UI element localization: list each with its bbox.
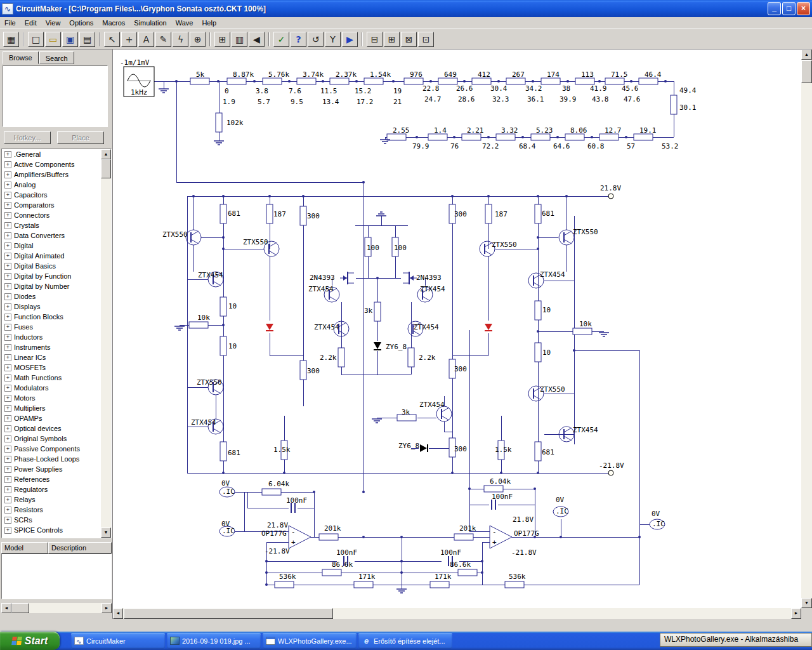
resistor[interactable] <box>354 581 373 588</box>
resistor[interactable] <box>430 581 449 588</box>
scroll-down-icon[interactable]: ▼ <box>801 598 812 608</box>
jfet[interactable] <box>403 272 417 284</box>
expand-plus-icon[interactable]: + <box>4 232 11 239</box>
resistor[interactable] <box>408 348 414 367</box>
resistor[interactable] <box>364 78 383 84</box>
resistor[interactable] <box>189 322 208 328</box>
tree-item-capacitors[interactable]: +Capacitors <box>2 190 101 200</box>
expand-plus-icon[interactable]: + <box>4 405 11 412</box>
diode-red[interactable] <box>485 324 492 331</box>
resistor[interactable] <box>263 78 282 84</box>
resistor[interactable] <box>605 78 624 84</box>
select-tool[interactable]: ↖ <box>104 32 120 47</box>
tree-scrollbar[interactable]: ▲ ▼ <box>101 149 111 538</box>
tree-item-digital-by-number[interactable]: +Digital by Number <box>2 281 101 291</box>
probe-button[interactable]: Y <box>325 32 341 47</box>
menu-edit[interactable]: Edit <box>20 18 41 28</box>
tree-item-comparators[interactable]: +Comparators <box>2 200 101 210</box>
resistor[interactable] <box>262 489 281 495</box>
speaker-button[interactable]: ◀ <box>249 32 265 47</box>
tree-item-data-converters[interactable]: +Data Converters <box>2 230 101 241</box>
component-browser-button[interactable]: ▦ <box>3 32 19 47</box>
tree-item-function-blocks[interactable]: +Function Blocks <box>2 312 101 322</box>
scroll-thumb[interactable] <box>11 603 29 613</box>
scroll-thumb[interactable] <box>801 60 812 83</box>
tree-item-inductors[interactable]: +Inductors <box>2 332 101 342</box>
expand-plus-icon[interactable]: + <box>4 171 11 178</box>
zener-diode[interactable] <box>374 342 381 350</box>
scroll-up-icon[interactable]: ▲ <box>101 149 111 159</box>
canvas-vscrollbar[interactable]: ▲ ▼ <box>801 50 812 608</box>
menu-view[interactable]: View <box>41 18 65 28</box>
tree-item-digital-animated[interactable]: +Digital Animated <box>2 251 101 261</box>
resistor[interactable] <box>458 569 477 576</box>
tree-item-connectors[interactable]: +Connectors <box>2 210 101 220</box>
expand-plus-icon[interactable]: + <box>4 354 11 361</box>
expand-plus-icon[interactable]: + <box>4 192 11 199</box>
resistor[interactable] <box>300 206 306 225</box>
menu-file[interactable]: File <box>0 18 20 28</box>
resistor[interactable] <box>485 204 492 223</box>
resistor[interactable] <box>300 361 306 380</box>
tree-item-phase-locked-loops[interactable]: +Phase-Locked Loops <box>2 454 101 464</box>
expand-plus-icon[interactable]: + <box>4 324 11 331</box>
jfet[interactable] <box>340 272 354 284</box>
scroll-left-icon[interactable]: ◄ <box>113 608 123 619</box>
simulation-check-button[interactable]: ✓ <box>273 32 289 47</box>
expand-plus-icon[interactable]: + <box>4 385 11 392</box>
resistor[interactable] <box>275 581 294 588</box>
expand-plus-icon[interactable]: + <box>4 222 11 229</box>
task-button-wlxphotogallery-exe[interactable]: WLXPhotoGallery.exe... <box>263 633 357 649</box>
save-button[interactable]: ▣ <box>62 32 78 47</box>
expand-plus-icon[interactable]: + <box>4 314 11 321</box>
resistor[interactable] <box>535 442 541 461</box>
resistor[interactable] <box>220 297 226 316</box>
delete-tool[interactable]: ✎ <box>155 32 171 47</box>
expand-plus-icon[interactable]: + <box>4 182 11 189</box>
minimize-button[interactable]: _ <box>768 2 781 15</box>
canvas-hscrollbar[interactable]: ◄ ► <box>113 608 801 619</box>
tree-item-analog[interactable]: +Analog <box>2 180 101 190</box>
help-button[interactable]: ? <box>291 32 306 47</box>
resistor[interactable] <box>575 78 594 84</box>
task-button-2016-09-19-019-jpg[interactable]: 2016-09-19 019.jpg ... <box>167 633 261 649</box>
maximize-button[interactable]: □ <box>782 2 796 15</box>
tree-item-displays[interactable]: +Displays <box>2 302 101 312</box>
resistor[interactable] <box>220 336 226 355</box>
resistor[interactable] <box>322 569 341 576</box>
scroll-thumb[interactable] <box>124 608 333 619</box>
tree-item-original-symbols[interactable]: +Original Symbols <box>2 434 101 444</box>
close-button[interactable]: × <box>797 2 810 15</box>
resistor[interactable] <box>454 534 473 540</box>
tree-item-regulators[interactable]: +Regulators <box>2 484 101 494</box>
opamp[interactable]: -+ <box>289 526 311 548</box>
ic-flag[interactable]: .IC <box>219 487 235 497</box>
tree-item-instruments[interactable]: +Instruments <box>2 342 101 352</box>
tree-item-digital-basics[interactable]: +Digital Basics <box>2 261 101 271</box>
tree-item-multipliers[interactable]: +Multipliers <box>2 403 101 413</box>
tree-item-fuses[interactable]: +Fuses <box>2 322 101 332</box>
expand-plus-icon[interactable]: + <box>4 334 11 341</box>
diode-red[interactable] <box>266 324 273 331</box>
expand-plus-icon[interactable]: + <box>4 476 11 483</box>
menu-options[interactable]: Options <box>65 18 98 28</box>
start-button[interactable]: Start <box>0 632 60 650</box>
device-display-button[interactable]: ⊡ <box>418 32 434 47</box>
expand-plus-icon[interactable]: + <box>4 486 11 493</box>
resistor[interactable] <box>634 134 653 140</box>
resistor[interactable] <box>438 78 457 84</box>
text-tool[interactable]: A <box>138 32 154 47</box>
waveforms-button[interactable]: ⊞ <box>384 32 400 47</box>
resistor[interactable] <box>190 78 209 84</box>
new-button[interactable]: □ <box>28 32 44 47</box>
resistor[interactable] <box>227 78 246 84</box>
expand-plus-icon[interactable]: + <box>4 527 11 534</box>
tree-item-general[interactable]: +.General <box>2 149 101 159</box>
open-button[interactable]: ▭ <box>45 32 61 47</box>
tree-item-active-components[interactable]: +Active Components <box>2 159 101 169</box>
tree-item-relays[interactable]: +Relays <box>2 494 101 505</box>
menu-help[interactable]: Help <box>197 18 221 28</box>
tree-item-modulators[interactable]: +Modulators <box>2 383 101 393</box>
expand-plus-icon[interactable]: + <box>4 212 11 219</box>
resistor[interactable] <box>506 78 525 84</box>
